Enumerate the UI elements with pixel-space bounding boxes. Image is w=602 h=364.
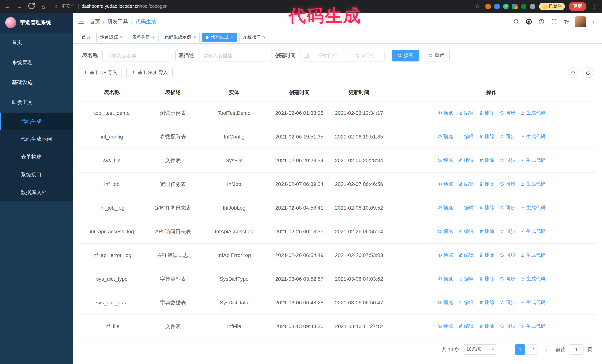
action-generate[interactable]: 生成代码 <box>520 322 546 330</box>
action-edit[interactable]: 编辑 <box>458 322 474 330</box>
prev-page-button[interactable]: ‹ <box>501 344 511 354</box>
action-sync[interactable]: 同步 <box>500 251 515 259</box>
action-preview[interactable]: 预览 <box>437 298 453 306</box>
github-icon[interactable] <box>526 19 532 25</box>
close-icon[interactable]: × <box>194 35 196 40</box>
green-extension-icon[interactable] <box>521 3 526 9</box>
sidebar-item-infra[interactable]: 基础设施 <box>0 73 73 93</box>
search-icon[interactable] <box>513 19 520 25</box>
action-preview[interactable]: 预览 <box>437 322 453 330</box>
bookmark-star-icon[interactable]: ☆ <box>473 3 481 10</box>
action-edit[interactable]: 编辑 <box>458 275 474 283</box>
action-generate[interactable]: 生成代码 <box>520 132 546 141</box>
action-sync[interactable]: 同步 <box>500 275 515 283</box>
sidebar-item-home[interactable]: 首页 <box>0 32 73 52</box>
help-icon[interactable] <box>538 19 545 25</box>
tab-trace[interactable]: 链路追踪× <box>96 32 126 42</box>
table-name-input[interactable] <box>102 50 176 62</box>
breadcrumb-home[interactable]: 首页 <box>90 18 100 25</box>
back-button[interactable]: ← <box>4 3 12 10</box>
sidebar-subitem-codegen-example[interactable]: 代码生成示例 <box>0 130 73 148</box>
action-generate[interactable]: 生成代码 <box>520 203 546 212</box>
action-generate[interactable]: 生成代码 <box>520 298 546 306</box>
action-edit[interactable]: 编辑 <box>458 227 474 235</box>
table-desc-input[interactable] <box>199 50 272 62</box>
forward-button[interactable]: → <box>16 3 24 10</box>
import-sql-button[interactable]: 基于 SQL 导入 <box>127 67 173 78</box>
action-delete[interactable]: 删除 <box>479 109 494 117</box>
action-delete[interactable]: 删除 <box>479 180 494 188</box>
action-delete[interactable]: 删除 <box>479 227 494 235</box>
sidebar-item-devtools[interactable]: 研发工具 <box>0 93 73 113</box>
action-generate[interactable]: 生成代码 <box>520 109 546 117</box>
font-size-icon[interactable]: TT <box>564 19 569 25</box>
action-sync[interactable]: 同步 <box>500 180 515 188</box>
close-icon[interactable]: × <box>263 35 266 40</box>
page-size-select[interactable]: 10条/页 ▾ <box>463 344 497 354</box>
action-delete[interactable]: 删除 <box>479 251 494 259</box>
action-sync[interactable]: 同步 <box>500 298 515 306</box>
action-preview[interactable]: 预览 <box>437 156 453 164</box>
kebab-menu-icon[interactable]: ⋮ <box>590 3 598 10</box>
chevron-down-icon[interactable]: ▾ <box>592 19 595 24</box>
action-generate[interactable]: 生成代码 <box>520 180 546 188</box>
vue-devtools-icon[interactable]: V <box>503 3 508 9</box>
action-sync[interactable]: 同步 <box>500 109 515 117</box>
sidebar-item-system[interactable]: 系统管理 <box>0 52 73 73</box>
fullscreen-icon[interactable] <box>551 19 557 25</box>
sidebar-subitem-db-doc[interactable]: 数据库文档 <box>0 184 73 201</box>
reset-button[interactable]: 重置 <box>423 50 450 62</box>
reload-button[interactable] <box>27 2 36 11</box>
update-button[interactable]: 更新 <box>569 2 586 11</box>
tab-api[interactable]: 系统接口× <box>239 32 269 42</box>
action-preview[interactable]: 预览 <box>437 251 453 259</box>
action-delete[interactable]: 删除 <box>479 156 494 164</box>
tab-form-builder[interactable]: 表单构建× <box>129 32 159 42</box>
next-page-button[interactable]: › <box>542 344 552 354</box>
action-edit[interactable]: 编辑 <box>458 109 474 117</box>
breadcrumb-devtools[interactable]: 研发工具 <box>108 18 128 25</box>
close-icon[interactable]: × <box>231 35 233 40</box>
action-sync[interactable]: 同步 <box>500 227 515 235</box>
paused-badge[interactable]: 已暂停 <box>539 2 565 10</box>
action-delete[interactable]: 删除 <box>479 275 494 283</box>
action-preview[interactable]: 预览 <box>437 132 453 141</box>
orange-extension-icon[interactable] <box>485 3 491 9</box>
action-generate[interactable]: 生成代码 <box>520 227 546 235</box>
action-preview[interactable]: 预览 <box>437 275 453 283</box>
blue-drop-extension-icon[interactable] <box>494 3 500 9</box>
action-sync[interactable]: 同步 <box>500 203 515 212</box>
action-edit[interactable]: 编辑 <box>458 132 474 141</box>
page-button-1[interactable]: 1 <box>515 344 525 354</box>
close-icon[interactable]: × <box>152 35 155 40</box>
tab-codegen[interactable]: 代码生成× <box>202 32 237 42</box>
tab-codegen-example[interactable]: 代码生成示例× <box>161 32 200 42</box>
tab-home[interactable]: 首页 <box>78 32 94 42</box>
page-button-2[interactable]: 2 <box>527 344 538 354</box>
refresh-table-button[interactable] <box>583 67 593 78</box>
action-edit[interactable]: 编辑 <box>458 203 474 212</box>
user-avatar[interactable] <box>575 16 586 27</box>
action-edit[interactable]: 编辑 <box>458 298 474 306</box>
sidebar-subitem-codegen[interactable]: 代码生成 <box>0 113 73 130</box>
action-delete[interactable]: 删除 <box>479 203 494 212</box>
action-delete[interactable]: 删除 <box>479 298 494 306</box>
date-range-picker[interactable]: 开始日期 - 结束日期 <box>300 50 385 62</box>
sidebar-subitem-api[interactable]: 系统接口 <box>0 166 73 184</box>
app-logo[interactable]: 芋道管理系统 <box>0 13 73 32</box>
action-delete[interactable]: 删除 <box>479 322 494 330</box>
action-generate[interactable]: 生成代码 <box>520 251 546 259</box>
goto-page-input[interactable] <box>569 344 584 354</box>
action-preview[interactable]: 预览 <box>437 109 453 117</box>
puzzle-extension-icon[interactable] <box>530 3 535 9</box>
action-generate[interactable]: 生成代码 <box>520 156 546 164</box>
browser-home-button[interactable]: ⌂ <box>39 3 47 10</box>
google-apps-grid-icon[interactable] <box>512 3 517 9</box>
address-bar[interactable]: ⚠ 不安全 dashboard.yudao.iocoder.cn/tool/co… <box>51 3 470 10</box>
action-sync[interactable]: 同步 <box>500 322 515 330</box>
hamburger-icon[interactable] <box>78 18 85 25</box>
close-icon[interactable]: × <box>120 35 123 40</box>
search-button[interactable]: 搜索 <box>392 50 419 62</box>
toggle-search-button[interactable] <box>568 67 578 78</box>
import-db-button[interactable]: 基于 DB 导入 <box>78 67 122 78</box>
